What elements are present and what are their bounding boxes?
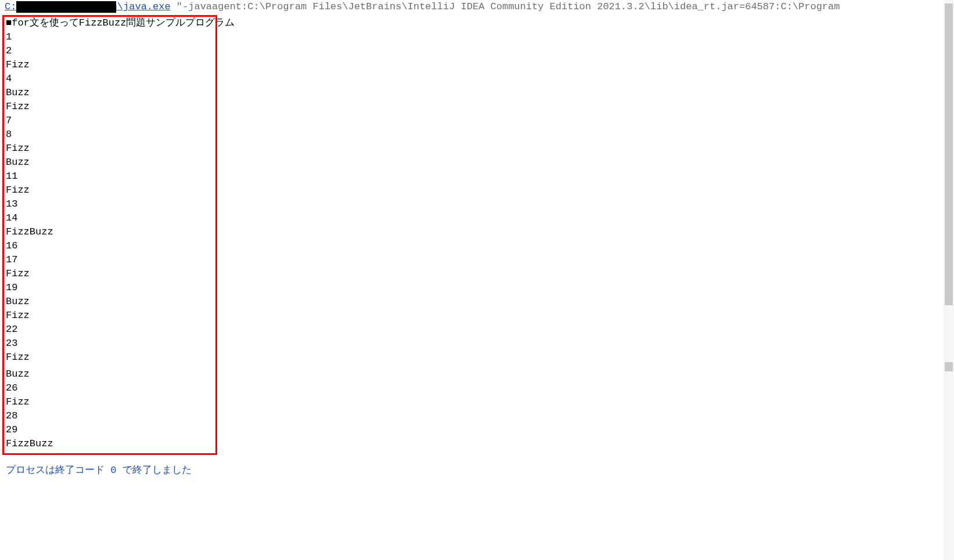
output-line: 7	[6, 114, 954, 128]
output-line: 28	[6, 409, 954, 423]
output-line: Buzz	[6, 156, 954, 169]
output-line: 29	[6, 423, 954, 437]
output-line: Fizz	[6, 309, 954, 323]
output-line: 2	[6, 44, 954, 58]
output-line: 4	[6, 72, 954, 86]
command-prefix: C:	[5, 1, 16, 12]
output-line: 8	[6, 128, 954, 142]
output-line: Buzz	[6, 295, 954, 309]
output-line: 13	[6, 197, 954, 211]
output-line: Buzz	[6, 367, 954, 381]
exit-message: プロセスは終了コード 0 で終了しました	[0, 464, 954, 478]
scrollbar-thumb[interactable]	[945, 3, 953, 305]
command-line: C:penjdk-17.0.2\bin\java.exe "-javaagent…	[0, 0, 954, 14]
output-line: Fizz	[6, 100, 954, 114]
scrollbar-thumb[interactable]	[945, 362, 953, 371]
output-line: Fizz	[6, 142, 954, 156]
output-line: 23	[6, 337, 954, 351]
command-args: "-javaagent:C:\Program Files\JetBrains\I…	[171, 1, 840, 12]
output-line: 16	[6, 239, 954, 253]
output-line: Fizz	[6, 267, 954, 281]
output-line: 1	[6, 30, 954, 44]
output-line: FizzBuzz	[6, 437, 954, 451]
output-line: 26	[6, 381, 954, 395]
output-line: 19	[6, 281, 954, 295]
output-line: Fizz	[6, 183, 954, 197]
output-line: Fizz	[6, 351, 954, 364]
output-line: 11	[6, 169, 954, 183]
output-line: FizzBuzz	[6, 225, 954, 239]
vertical-scrollbar[interactable]	[944, 0, 954, 560]
console-output[interactable]: ■for文を使ってFizzBuzz問題サンプルプログラム 12Fizz4Buzz…	[0, 14, 954, 451]
output-line: 17	[6, 253, 954, 267]
output-line: 14	[6, 211, 954, 225]
output-line: Fizz	[6, 395, 954, 409]
output-header: ■for文を使ってFizzBuzz問題サンプルプログラム	[6, 16, 954, 30]
output-line: Fizz	[6, 58, 954, 72]
redacted-block	[16, 1, 116, 13]
output-line: Buzz	[6, 86, 954, 100]
output-line: 22	[6, 323, 954, 337]
